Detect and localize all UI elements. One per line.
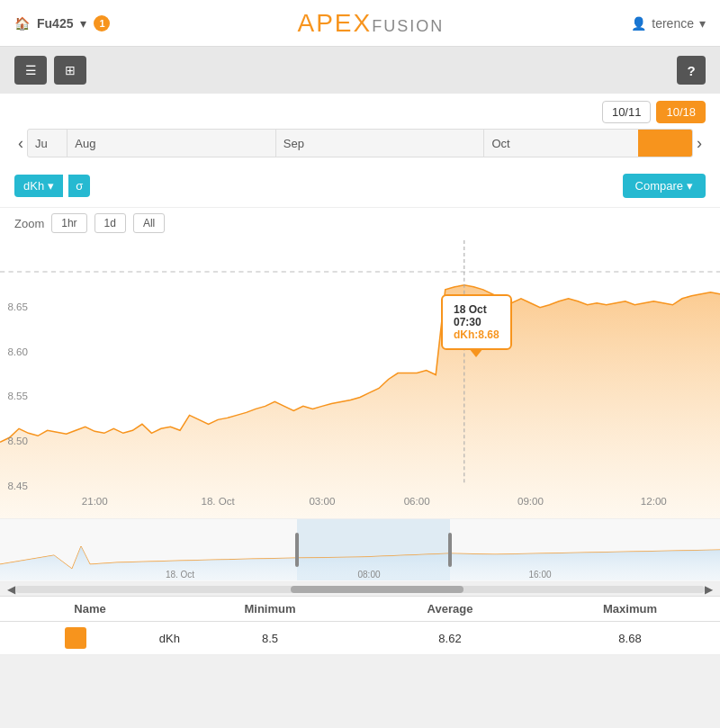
device-name[interactable]: Fu425 xyxy=(37,16,73,31)
data-table: Name Minimum Average Maximum dKh 8.5 8.6… xyxy=(0,597,720,655)
oct-selected-range xyxy=(638,130,692,157)
user-menu[interactable]: 👤 terence ▾ xyxy=(631,16,706,31)
help-button[interactable]: ? xyxy=(677,56,706,85)
chart-svg: 8.65 8.60 8.55 8.50 8.45 21:00 18. Oct 0… xyxy=(0,240,720,518)
x-label-1200: 12:00 xyxy=(641,496,667,507)
user-dropdown-arrow[interactable]: ▾ xyxy=(699,16,706,31)
mini-handle-left[interactable] xyxy=(295,533,299,567)
scroll-right-button[interactable]: ▶ xyxy=(705,583,713,596)
chart-controls: dKh ▾ σ Compare ▾ xyxy=(0,165,720,208)
timeline-bar: ‹ Ju Aug Sep Oct › xyxy=(14,129,706,157)
y-label-850: 8.50 xyxy=(7,436,28,447)
mini-handle-right[interactable] xyxy=(448,533,452,567)
timeline-months: Ju Aug Sep Oct xyxy=(28,130,692,157)
username: terence xyxy=(652,16,694,31)
scrollbar-area: ◀ ▶ xyxy=(0,582,720,597)
row-icon xyxy=(65,627,86,649)
timeline-month-sep: Sep xyxy=(276,130,485,157)
mini-label-18oct: 18. Oct xyxy=(166,570,194,580)
col-header-maximum: Maximum xyxy=(540,602,720,616)
y-label-860: 8.60 xyxy=(7,346,28,357)
main-chart: 8.65 8.60 8.55 8.50 8.45 21:00 18. Oct 0… xyxy=(0,240,720,519)
compare-dropdown-arrow: ▾ xyxy=(687,179,693,193)
mini-label-0800: 08:00 xyxy=(357,570,380,580)
x-label-2100: 21:00 xyxy=(82,496,108,507)
row-minimum-cell: 8.5 xyxy=(180,632,360,645)
mini-chart-svg: 18. Oct 08:00 16:00 xyxy=(0,519,720,582)
compare-button[interactable]: Compare ▾ xyxy=(623,174,706,198)
timeline-month-jul: Ju xyxy=(28,130,68,157)
date-pill-start[interactable]: 10/11 xyxy=(602,101,652,123)
grid-icon: ⊞ xyxy=(65,63,76,77)
compare-label: Compare xyxy=(635,179,683,193)
y-label-845: 8.45 xyxy=(7,481,28,491)
home-icon: 🏠 xyxy=(14,16,30,31)
metric-dropdown-arrow: ▾ xyxy=(48,179,54,193)
row-average-cell: 8.62 xyxy=(360,632,540,645)
col-header-average: Average xyxy=(360,602,540,616)
list-icon: ☰ xyxy=(25,63,37,77)
logo: APEXFUSION xyxy=(298,9,445,38)
header: 🏠 Fu425 ▾ 1 APEXFUSION 👤 terence ▾ xyxy=(0,0,720,47)
zoom-controls: Zoom 1hr 1d All xyxy=(0,208,720,240)
scrollbar-thumb[interactable] xyxy=(291,586,464,593)
zoom-label: Zoom xyxy=(14,217,44,230)
x-label-0600: 06:00 xyxy=(404,496,430,507)
mini-label-1600: 16:00 xyxy=(528,570,551,580)
date-pills: 10/11 10/18 xyxy=(602,101,706,123)
list-view-button[interactable]: ☰ xyxy=(14,56,47,85)
timeline-track[interactable]: Ju Aug Sep Oct xyxy=(27,129,693,157)
table-row: dKh 8.5 8.62 8.68 xyxy=(0,622,720,655)
chart-area-fill xyxy=(0,285,720,518)
toolbar: ☰ ⊞ ? xyxy=(0,47,720,94)
mini-chart: 18. Oct 08:00 16:00 xyxy=(0,519,720,582)
date-range-section: 10/11 10/18 ‹ Ju Aug Sep Oct › xyxy=(0,94,720,165)
metric-label: dKh xyxy=(23,179,44,193)
chart-controls-left: dKh ▾ σ xyxy=(14,175,90,197)
row-metric-name: dKh xyxy=(159,632,180,645)
scrollbar-track[interactable] xyxy=(15,586,705,593)
metric-dropdown-button[interactable]: dKh ▾ xyxy=(14,175,63,197)
y-label-865: 8.65 xyxy=(7,301,28,312)
timeline-month-aug: Aug xyxy=(68,130,276,157)
row-name-cell: dKh xyxy=(0,627,180,649)
table-header: Name Minimum Average Maximum xyxy=(0,597,720,622)
sigma-button[interactable]: σ xyxy=(68,175,90,197)
date-pill-end[interactable]: 10/18 xyxy=(656,101,706,123)
timeline-month-oct: Oct xyxy=(484,130,692,157)
sigma-icon: σ xyxy=(76,179,83,193)
zoom-all-button[interactable]: All xyxy=(133,213,165,233)
zoom-1d-button[interactable]: 1d xyxy=(94,213,126,233)
y-label-855: 8.55 xyxy=(7,391,28,402)
zoom-1hr-button[interactable]: 1hr xyxy=(51,213,86,233)
grid-view-button[interactable]: ⊞ xyxy=(54,56,86,85)
logo-sub: FUSION xyxy=(372,17,444,35)
col-header-minimum: Minimum xyxy=(180,602,360,616)
timeline-next-button[interactable]: › xyxy=(693,134,706,153)
toolbar-left: ☰ ⊞ xyxy=(14,56,86,85)
header-left: 🏠 Fu425 ▾ 1 xyxy=(14,15,110,31)
row-maximum-cell: 8.68 xyxy=(540,632,720,645)
col-header-name: Name xyxy=(0,602,180,616)
user-icon: 👤 xyxy=(631,16,646,31)
scroll-left-button[interactable]: ◀ xyxy=(7,583,15,596)
x-label-18oct: 18. Oct xyxy=(201,496,235,507)
notification-badge[interactable]: 1 xyxy=(94,15,110,31)
timeline-prev-button[interactable]: ‹ xyxy=(14,134,27,153)
device-dropdown-arrow[interactable]: ▾ xyxy=(80,16,86,31)
help-label: ? xyxy=(687,63,695,78)
x-label-0900: 09:00 xyxy=(518,496,544,507)
x-label-0300: 03:00 xyxy=(309,496,335,507)
